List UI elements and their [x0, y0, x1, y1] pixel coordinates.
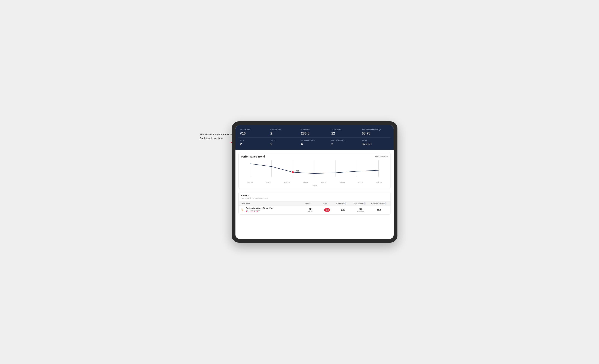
col-header-position: Position [298, 202, 317, 204]
chart-area: • #10 [241, 160, 388, 181]
col-header-event-sg: Event SG i [333, 202, 350, 204]
stat-avg-weighted-points: Avg. Weighted Points i 68.75 [360, 127, 391, 137]
chart-x-axis: OCT 23 NOV 23 DEC 23 JAN 24 FEB 24 MAR 2… [241, 181, 388, 184]
stat-regional-rank-value: 2 [271, 132, 298, 135]
stat-stroke-play-label: Stroke Play Events [301, 139, 328, 142]
stat-record: Record 32-8-0 [360, 138, 391, 148]
total-points-sub: 3 Rounds [351, 210, 370, 212]
rank-impact: Rank Impact: 3 ▼ [246, 211, 301, 213]
stat-match-play-value: 2 [331, 142, 359, 146]
stats-divider [238, 137, 391, 138]
stat-regional-rank-label: Regional Rank [271, 128, 298, 131]
stat-national-rank-value: #10 [240, 132, 267, 135]
total-points-cell: 28.3 3 Rounds [351, 208, 370, 212]
stat-top3s: Top 3s 2 [269, 138, 300, 148]
weighted-points-value: 28.3 [370, 209, 388, 211]
rank-impact-arrow-icon: ▼ [257, 211, 258, 213]
stat-top3s-value: 2 [271, 142, 298, 146]
tablet-frame: National Rank #10 Regional Rank 2 Scorin… [232, 121, 397, 243]
stat-regional-rank: Regional Rank 2 [269, 127, 300, 137]
event-name: Buster Cozy Cup – Stroke Play [246, 207, 301, 209]
event-info: Buster Cozy Cup – Stroke Play Oct 9 – Oc… [246, 207, 301, 213]
stat-match-play: Match Play Events 2 [330, 138, 360, 148]
stat-scoring-avg-label: Scoring Avg. [301, 128, 328, 131]
svg-point-8 [292, 171, 294, 173]
x-label-feb24: FEB 24 [315, 181, 333, 183]
col-header-weighted: Weighted Points i [369, 202, 388, 204]
events-last-updated: Last updated: 24th November 2023 [241, 197, 388, 199]
x-label-oct23: OCT 23 [241, 181, 259, 183]
stat-stroke-play: Stroke Play Events 4 [299, 138, 330, 148]
stat-wins: Wins 2 [238, 138, 269, 148]
table-row[interactable]: 🦌 Buster Cozy Cup – Stroke Play Oct 9 – … [239, 206, 390, 214]
stat-total-rounds: Total Rounds 12 [330, 127, 360, 137]
event-sg-value: 0.45 [335, 209, 351, 211]
event-icon: 🦌 [241, 208, 244, 212]
stats-header: National Rank #10 Regional Rank 2 Scorin… [236, 125, 394, 150]
events-table-header: Event Name Position Score Event SG i Tot… [239, 201, 390, 206]
stat-national-rank-label: National Rank [240, 128, 267, 131]
position-sub: out of 7 [301, 211, 320, 212]
chart-svg: • #10 [241, 160, 388, 181]
position-cell: 6th out of 7 [301, 208, 320, 212]
stat-record-label: Record [362, 139, 389, 142]
x-label-nov23: NOV 23 [259, 181, 278, 183]
stat-national-rank: National Rank #10 [238, 127, 269, 137]
chart-axis-label: Months [241, 185, 388, 186]
stat-match-play-label: Match Play Events [331, 139, 359, 142]
position-main: 6th [301, 208, 320, 211]
stat-total-rounds-label: Total Rounds [331, 128, 359, 131]
events-section: Events Last updated: 24th November 2023 … [238, 192, 391, 215]
trend-label: National Rank [375, 155, 388, 158]
x-label-mar24: MAR 24 [333, 181, 352, 183]
trend-title: Performance Trend [241, 155, 265, 158]
events-title: Events [241, 194, 388, 197]
stat-stroke-play-value: 4 [301, 142, 328, 146]
x-label-jan24: JAN 24 [296, 181, 315, 183]
col-header-total-pts: Total Points i [350, 202, 369, 204]
stat-avg-weighted-label: Avg. Weighted Points i [362, 128, 389, 131]
tablet-screen: National Rank #10 Regional Rank 2 Scorin… [236, 125, 394, 239]
stat-scoring-avg-value: 286.5 [301, 132, 328, 135]
stat-record-value: 32-8-0 [362, 142, 389, 146]
stat-wins-value: 2 [240, 142, 267, 146]
x-label-apr24: APR 24 [352, 181, 370, 183]
score-badge: -22 [320, 208, 335, 212]
stat-total-rounds-value: 12 [331, 132, 359, 135]
score-value: -22 [324, 208, 330, 212]
events-header: Events Last updated: 24th November 2023 [239, 192, 390, 201]
scene: This shows you your National Rank trend … [200, 121, 399, 243]
main-content: Performance Trend National Rank [236, 150, 394, 239]
col-header-event-name: Event Name [241, 202, 298, 204]
performance-trend-section: Performance Trend National Rank [238, 153, 391, 189]
event-sg-info-icon[interactable]: i [344, 203, 346, 204]
avg-weighted-info-icon[interactable]: i [379, 129, 381, 131]
annotation-text: This shows you your National Rank trend … [200, 133, 234, 140]
stat-top3s-label: Top 3s [271, 139, 298, 142]
svg-text:• #10: • #10 [295, 170, 299, 172]
col-header-score: Score [317, 202, 333, 204]
total-points-main: 28.3 [351, 208, 370, 210]
x-label-may24: MAY 24 [370, 181, 388, 183]
stat-scoring-avg: Scoring Avg. 286.5 [299, 127, 330, 137]
stat-wins-label: Wins [240, 139, 267, 142]
trend-header: Performance Trend National Rank [241, 155, 388, 158]
total-pts-info-icon[interactable]: i [363, 203, 365, 204]
annotation-before: This shows you your [200, 133, 223, 136]
x-label-dec23: DEC 23 [278, 181, 296, 183]
event-date: Oct 9 – Oct 10, 2023 [246, 209, 301, 211]
annotation-after: trend over time [206, 137, 223, 140]
weighted-info-icon[interactable]: i [384, 203, 386, 204]
stat-avg-weighted-value: 68.75 [362, 132, 389, 135]
